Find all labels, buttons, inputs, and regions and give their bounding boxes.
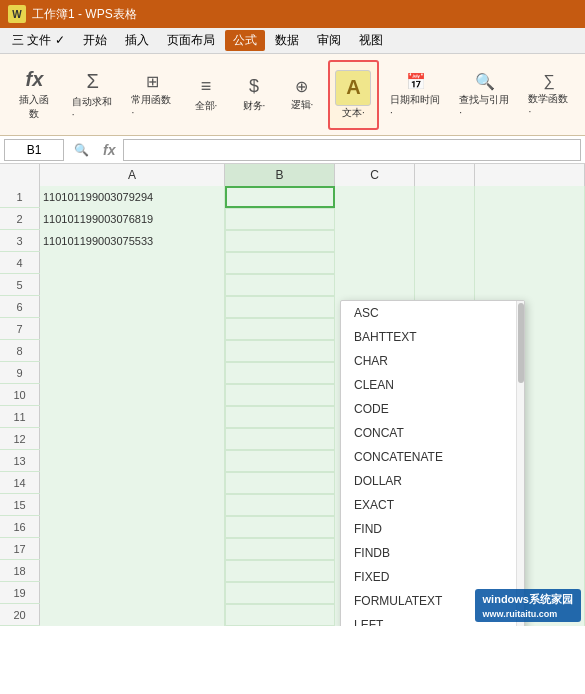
dropdown-item-char[interactable]: CHAR xyxy=(341,349,524,373)
cell-a19[interactable] xyxy=(40,582,225,604)
cell-a9[interactable] xyxy=(40,362,225,384)
row-header-17: 17 xyxy=(0,538,40,559)
cell-b18[interactable] xyxy=(225,560,335,582)
lookup-func-button[interactable]: 🔍 查找与引用· xyxy=(452,60,517,130)
math-func-button[interactable]: ∑ 数学函数· xyxy=(521,60,577,130)
cell-a11[interactable] xyxy=(40,406,225,428)
cell-reference-box[interactable]: B1 xyxy=(4,139,64,161)
cell-e2[interactable] xyxy=(475,208,585,230)
cell-a4[interactable] xyxy=(40,252,225,274)
cell-b5[interactable] xyxy=(225,274,335,296)
cell-b9[interactable] xyxy=(225,362,335,384)
dropdown-item-findb[interactable]: FINDB xyxy=(341,541,524,565)
cell-c2[interactable] xyxy=(335,208,415,230)
menu-item-data[interactable]: 数据 xyxy=(267,30,307,51)
cell-d3[interactable] xyxy=(415,230,475,252)
cell-b13[interactable] xyxy=(225,450,335,472)
dropdown-item-dollar[interactable]: DOLLAR xyxy=(341,469,524,493)
menu-item-layout[interactable]: 页面布局 xyxy=(159,30,223,51)
cell-a6[interactable] xyxy=(40,296,225,318)
all-func-button[interactable]: ≡ 全部· xyxy=(184,60,228,130)
col-header-c[interactable]: C xyxy=(335,164,415,186)
col-header-e[interactable] xyxy=(475,164,585,186)
cell-a12[interactable] xyxy=(40,428,225,450)
cell-b7[interactable] xyxy=(225,318,335,340)
cell-b15[interactable] xyxy=(225,494,335,516)
datetime-func-button[interactable]: 📅 日期和时间· xyxy=(383,60,448,130)
cell-b4[interactable] xyxy=(225,252,335,274)
cell-b20[interactable] xyxy=(225,604,335,626)
dropdown-scroll-thumb[interactable] xyxy=(518,303,524,383)
cell-a3[interactable]: 110101199003075533 xyxy=(40,230,225,252)
cell-e1[interactable] xyxy=(475,186,585,208)
cell-a5[interactable] xyxy=(40,274,225,296)
row-header-7: 7 xyxy=(0,318,40,339)
finance-func-button[interactable]: $ 财务· xyxy=(232,60,276,130)
cell-c4[interactable] xyxy=(335,252,415,274)
text-func-button[interactable]: A 文本· xyxy=(328,60,379,130)
cell-b14[interactable] xyxy=(225,472,335,494)
cell-a8[interactable] xyxy=(40,340,225,362)
col-header-a[interactable]: A xyxy=(40,164,225,186)
menu-item-formula[interactable]: 公式 xyxy=(225,30,265,51)
col-header-d[interactable] xyxy=(415,164,475,186)
cell-b11[interactable] xyxy=(225,406,335,428)
menu-item-view[interactable]: 视图 xyxy=(351,30,391,51)
cell-a18[interactable] xyxy=(40,560,225,582)
cell-a14[interactable] xyxy=(40,472,225,494)
cell-b2[interactable] xyxy=(225,208,335,230)
cell-d5[interactable] xyxy=(415,274,475,296)
dropdown-item-asc[interactable]: ASC xyxy=(341,301,524,325)
auto-sum-button[interactable]: Σ 自动求和· xyxy=(65,60,121,130)
cell-a2[interactable]: 110101199003076819 xyxy=(40,208,225,230)
cell-c3[interactable] xyxy=(335,230,415,252)
row-header-13: 13 xyxy=(0,450,40,471)
cell-c5[interactable] xyxy=(335,274,415,296)
logic-func-button[interactable]: ⊕ 逻辑· xyxy=(280,60,324,130)
cell-a15[interactable] xyxy=(40,494,225,516)
cell-c1[interactable] xyxy=(335,186,415,208)
formula-input[interactable] xyxy=(123,139,581,161)
cell-b6[interactable] xyxy=(225,296,335,318)
cell-b16[interactable] xyxy=(225,516,335,538)
cell-b1[interactable] xyxy=(225,186,335,208)
cell-a10[interactable] xyxy=(40,384,225,406)
cell-d1[interactable] xyxy=(415,186,475,208)
watermark-url: www.ruitaitu.com xyxy=(483,609,558,619)
cell-a1[interactable]: 110101199003079294 xyxy=(40,186,225,208)
dropdown-item-bahttext[interactable]: BAHTTEXT xyxy=(341,325,524,349)
cell-d2[interactable] xyxy=(415,208,475,230)
cell-b17[interactable] xyxy=(225,538,335,560)
row-header-2: 2 xyxy=(0,208,40,229)
cell-a13[interactable] xyxy=(40,450,225,472)
function-dropdown[interactable]: ASC BAHTTEXT CHAR CLEAN CODE CONCAT CONC… xyxy=(340,300,525,626)
dropdown-item-concatenate[interactable]: CONCATENATE xyxy=(341,445,524,469)
cell-d4[interactable] xyxy=(415,252,475,274)
cell-b19[interactable] xyxy=(225,582,335,604)
cell-b3[interactable] xyxy=(225,230,335,252)
menu-item-file[interactable]: 三 文件 ✓ xyxy=(4,30,73,51)
cell-e4[interactable] xyxy=(475,252,585,274)
dropdown-item-exact[interactable]: EXACT xyxy=(341,493,524,517)
dropdown-item-clean[interactable]: CLEAN xyxy=(341,373,524,397)
dropdown-item-code[interactable]: CODE xyxy=(341,397,524,421)
cell-b10[interactable] xyxy=(225,384,335,406)
cell-a16[interactable] xyxy=(40,516,225,538)
cell-e3[interactable] xyxy=(475,230,585,252)
menu-item-insert[interactable]: 插入 xyxy=(117,30,157,51)
cell-a17[interactable] xyxy=(40,538,225,560)
dropdown-item-fixed[interactable]: FIXED xyxy=(341,565,524,589)
menu-item-review[interactable]: 审阅 xyxy=(309,30,349,51)
cell-b12[interactable] xyxy=(225,428,335,450)
common-func-button[interactable]: ⊞ 常用函数· xyxy=(124,60,180,130)
cell-b8[interactable] xyxy=(225,340,335,362)
dropdown-item-find[interactable]: FIND xyxy=(341,517,524,541)
insert-function-button[interactable]: fx 插入函数 xyxy=(8,60,61,130)
col-header-b[interactable]: B xyxy=(225,164,335,186)
menu-item-home[interactable]: 开始 xyxy=(75,30,115,51)
cell-e5[interactable] xyxy=(475,274,585,296)
dropdown-scrollbar[interactable] xyxy=(516,301,524,626)
cell-a7[interactable] xyxy=(40,318,225,340)
dropdown-item-concat[interactable]: CONCAT xyxy=(341,421,524,445)
cell-a20[interactable] xyxy=(40,604,225,626)
